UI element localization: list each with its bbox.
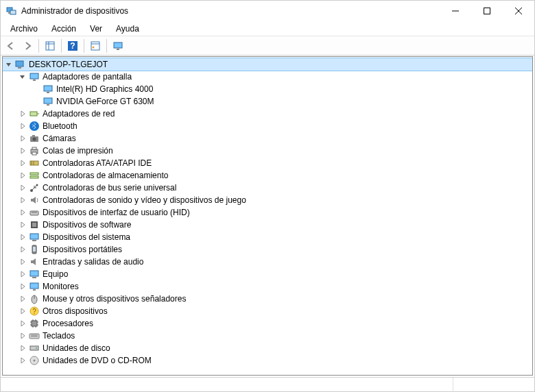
back-button[interactable] — [3, 38, 19, 53]
tree-label: Cámaras — [43, 134, 76, 143]
tree-category-portable-devices[interactable]: Dispositivos portátiles — [3, 243, 532, 256]
tree-category-processors[interactable]: Procesadores — [3, 317, 532, 330]
storage-controller-icon — [29, 170, 40, 181]
help-button[interactable]: ? — [65, 38, 80, 53]
expand-toggle-closed-icon[interactable] — [18, 319, 27, 328]
tree-device-nvidia[interactable]: NVIDIA GeForce GT 630M — [3, 95, 532, 108]
menu-file[interactable]: Archivo — [3, 23, 45, 35]
tree-label: Otros dispositivos — [43, 306, 108, 316]
tree-category-hid[interactable]: Dispositivos de interfaz de usuario (HID… — [3, 206, 532, 219]
toolbar-separator — [38, 39, 39, 53]
tree-category-bluetooth[interactable]: Bluetooth — [3, 120, 532, 132]
svg-rect-22 — [47, 92, 49, 93]
tree-label: Dispositivos de interfaz de usuario (HID… — [43, 208, 190, 217]
tree-category-system-devices[interactable]: Dispositivos del sistema — [3, 231, 532, 243]
menu-action[interactable]: Acción — [45, 23, 83, 35]
tree-category-storage-controllers[interactable]: Controladoras de almacenamiento — [3, 169, 532, 182]
tree-category-keyboards[interactable]: Teclados — [3, 330, 532, 342]
svg-rect-37 — [30, 173, 38, 175]
monitor-icon — [29, 281, 40, 292]
mouse-icon — [29, 293, 40, 304]
tree-label: Adaptadores de red — [43, 109, 115, 119]
tree-label: Controladoras ATA/ATAPI IDE — [43, 158, 152, 168]
svg-rect-44 — [32, 223, 36, 227]
tree-category-audio-io[interactable]: Entradas y salidas de audio — [3, 256, 532, 268]
tree-category-software-devices[interactable]: Dispositivos de software — [3, 219, 532, 231]
expand-toggle-closed-icon[interactable] — [18, 269, 27, 279]
expand-toggle-closed-icon[interactable] — [18, 331, 27, 341]
expand-toggle-open-icon[interactable] — [18, 72, 27, 82]
expand-toggle-closed-icon[interactable] — [18, 245, 27, 254]
svg-rect-16 — [117, 49, 119, 50]
tree-device-intel-hd[interactable]: Intel(R) HD Graphics 4000 — [3, 83, 532, 95]
tree-category-usb-controllers[interactable]: Controladoras de bus serie universal — [3, 182, 532, 194]
tree-category-ata-controllers[interactable]: Controladoras ATA/ATAPI IDE — [3, 157, 532, 169]
tree-label: Controladoras de sonido y vídeo y dispos… — [43, 195, 246, 205]
expand-toggle-closed-icon[interactable] — [18, 109, 27, 119]
expand-toggle-closed-icon[interactable] — [18, 294, 27, 304]
svg-rect-17 — [16, 61, 23, 66]
tree-category-mice[interactable]: Mouse y otros dispositivos señaladores — [3, 293, 532, 305]
expand-toggle-closed-icon[interactable] — [18, 195, 27, 205]
svg-rect-33 — [32, 152, 36, 155]
expand-toggle-closed-icon[interactable] — [18, 356, 27, 365]
scan-hardware-button[interactable] — [88, 38, 103, 53]
processor-icon — [29, 318, 40, 329]
status-cell — [453, 378, 535, 392]
svg-text:?: ? — [70, 41, 75, 51]
expand-toggle-closed-icon[interactable] — [18, 171, 27, 180]
tree-category-disk-drives[interactable]: Unidades de disco — [3, 342, 532, 354]
maximize-button[interactable] — [471, 1, 503, 21]
show-hide-console-tree-button[interactable] — [43, 38, 58, 53]
tree-category-sound-video-game[interactable]: Controladoras de sonido y vídeo y dispos… — [3, 194, 532, 206]
disk-drive-icon — [29, 343, 40, 354]
svg-rect-7 — [46, 42, 54, 50]
svg-rect-49 — [30, 271, 38, 276]
device-tree[interactable]: DESKTOP-TLGEJOT Adaptadores de pantalla … — [2, 56, 533, 376]
tree-root[interactable]: DESKTOP-TLGEJOT — [3, 58, 532, 71]
expand-toggle-closed-icon[interactable] — [18, 343, 27, 353]
app-icon — [6, 5, 17, 16]
tree-label: Monitores — [43, 282, 79, 291]
expand-toggle-closed-icon[interactable] — [18, 306, 27, 316]
tree-category-network-adapters[interactable]: Adaptadores de red — [3, 108, 532, 120]
expand-toggle-closed-icon[interactable] — [18, 282, 27, 291]
tree-label: NVIDIA GeForce GT 630M — [56, 97, 154, 106]
menu-help[interactable]: Ayuda — [109, 23, 146, 35]
tree-label: Controladoras de bus serie universal — [43, 183, 176, 193]
hid-icon — [29, 207, 40, 218]
expand-toggle-closed-icon[interactable] — [18, 121, 27, 131]
minimize-button[interactable] — [440, 1, 471, 21]
tree-category-display-adapters[interactable]: Adaptadores de pantalla — [3, 71, 532, 83]
close-button[interactable] — [503, 1, 534, 21]
svg-rect-51 — [30, 283, 38, 289]
menu-view[interactable]: Ver — [83, 23, 109, 35]
tree-label: Colas de impresión — [43, 146, 113, 156]
tree-label: Unidades de DVD o CD-ROM — [43, 356, 152, 365]
toolbar-separator — [61, 39, 62, 53]
display-adapter-icon — [43, 96, 54, 107]
svg-rect-12 — [91, 42, 99, 50]
expand-toggle-closed-icon[interactable] — [18, 208, 27, 217]
expand-toggle-closed-icon[interactable] — [18, 183, 27, 193]
svg-rect-19 — [30, 73, 38, 79]
tree-category-monitors[interactable]: Monitores — [3, 280, 532, 293]
tree-category-dvd-cdrom[interactable]: Unidades de DVD o CD-ROM — [3, 354, 532, 367]
monitor-icon-button[interactable] — [110, 38, 126, 53]
expand-toggle-closed-icon[interactable] — [18, 158, 27, 168]
tree-category-computer[interactable]: Equipo — [3, 268, 532, 280]
expand-toggle-closed-icon[interactable] — [18, 134, 27, 143]
tree-label: Controladoras de almacenamiento — [43, 171, 168, 180]
expand-toggle-closed-icon[interactable] — [18, 220, 27, 230]
forward-button[interactable] — [20, 38, 35, 53]
tree-label: Teclados — [43, 331, 75, 341]
tree-category-other-devices[interactable]: ? Otros dispositivos — [3, 305, 532, 317]
network-adapter-icon — [29, 108, 40, 119]
expand-toggle-closed-icon[interactable] — [18, 257, 27, 267]
expand-toggle-closed-icon[interactable] — [18, 146, 27, 156]
tree-category-print-queues[interactable]: Colas de impresión — [3, 145, 532, 157]
tree-category-cameras[interactable]: Cámaras — [3, 132, 532, 145]
expand-toggle-open-icon[interactable] — [4, 60, 14, 69]
titlebar: Administrador de dispositivos — [1, 1, 534, 21]
expand-toggle-closed-icon[interactable] — [18, 232, 27, 242]
